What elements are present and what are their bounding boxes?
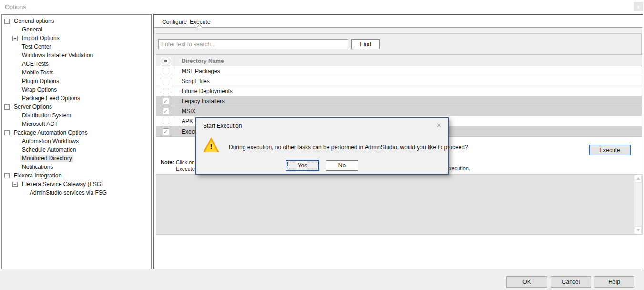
tree-expander-icon[interactable]: −: [4, 104, 10, 110]
window-title: Options: [5, 3, 26, 10]
no-button[interactable]: No: [326, 160, 358, 171]
row-checkbox[interactable]: ✓: [163, 98, 169, 104]
footer-bar: OK Cancel Help: [0, 269, 644, 290]
tree-item[interactable]: Schedule Automation: [2, 145, 151, 154]
table-row[interactable]: MSI_Packages: [156, 66, 642, 76]
tree-item[interactable]: Automation Workflows: [2, 137, 151, 145]
tab-execute[interactable]: Execute: [190, 19, 210, 25]
scroll-down-button[interactable]: [635, 226, 642, 234]
tree-item[interactable]: Package Feed Options: [2, 94, 151, 103]
cancel-button[interactable]: Cancel: [551, 276, 591, 288]
directory-name-cell: Intune Deployments: [175, 88, 233, 94]
tree-item[interactable]: AdminStudio services via FSG: [2, 188, 151, 197]
window-close-icon[interactable]: x: [634, 2, 643, 11]
options-tree-panel: − General options General + Import Optio…: [1, 14, 152, 269]
tree-expander-icon[interactable]: +: [12, 36, 18, 41]
column-header-directory-name: Directory Name: [175, 58, 224, 64]
tree-item[interactable]: Plugin Options: [2, 77, 151, 85]
note-label: Note:: [161, 159, 174, 165]
table-row[interactable]: Script_files: [156, 76, 642, 86]
directory-name-cell: Legacy Installers: [175, 98, 225, 104]
tree-item-label: Monitored Directory: [20, 155, 73, 162]
tree-item-label: Package Automation Options: [12, 129, 89, 136]
directory-name-cell: MSIX: [175, 108, 195, 114]
row-checkbox[interactable]: [163, 68, 169, 74]
tree-item[interactable]: Monitored Directory: [2, 154, 151, 163]
tree-item-label: Microsoft ACT: [20, 120, 59, 128]
tree-item[interactable]: Distribution System: [2, 111, 151, 120]
note-line2-end: xecution.: [449, 166, 470, 171]
select-all-checkbox[interactable]: [163, 58, 169, 64]
tab-strip: Configure Execute: [154, 15, 642, 28]
row-checkbox[interactable]: ✓: [163, 128, 169, 135]
find-button[interactable]: Find: [351, 39, 380, 49]
tree-item-label: Distribution System: [20, 112, 72, 119]
row-checkbox[interactable]: [163, 78, 169, 84]
tree-item[interactable]: Microsoft ACT: [2, 120, 151, 128]
options-window: Options x − General options General + Im…: [0, 0, 644, 290]
tree-item[interactable]: − Flexera Service Gateway (FSG): [2, 180, 151, 188]
ok-button[interactable]: OK: [506, 276, 547, 288]
tree-item[interactable]: − Server Options: [2, 103, 151, 111]
tree-item-label: Flexera Service Gateway (FSG): [20, 180, 104, 188]
listbox-scrollbar[interactable]: [634, 175, 642, 234]
dialog-message: During execution, no other tasks can be …: [229, 144, 468, 151]
tree-item[interactable]: − Package Automation Options: [2, 128, 151, 137]
row-checkbox[interactable]: [163, 118, 169, 124]
tree-expander-icon[interactable]: −: [4, 130, 10, 135]
warning-icon: !: [203, 137, 219, 153]
table-row[interactable]: ✓ MSIX: [156, 106, 642, 116]
yes-button[interactable]: Yes: [286, 160, 319, 171]
output-listbox: [156, 174, 643, 235]
scroll-up-button[interactable]: [635, 175, 642, 183]
tree-item[interactable]: Notifications: [2, 163, 151, 171]
tree-item-label: AdminStudio services via FSG: [28, 189, 108, 197]
table-header-row: Directory Name: [156, 56, 642, 66]
dialog-title: Start Execution: [203, 123, 242, 129]
tree-item[interactable]: Mobile Tests: [2, 68, 151, 77]
tree-expander-icon[interactable]: −: [4, 173, 10, 178]
tree-expander-icon[interactable]: −: [12, 182, 18, 187]
tree-item[interactable]: − General options: [2, 17, 151, 25]
tree-item-label: Import Options: [20, 34, 61, 42]
tree-item-label: Server Options: [12, 103, 53, 111]
tree-item-label: Windows Installer Validation: [20, 52, 94, 59]
tree-item[interactable]: ACE Tests: [2, 60, 151, 68]
tree-item[interactable]: Windows Installer Validation: [2, 51, 151, 60]
row-checkbox[interactable]: [163, 88, 169, 94]
tree-item-label: Plugin Options: [20, 77, 61, 85]
tree-item-label: Automation Workflows: [20, 137, 80, 145]
execute-button[interactable]: Execute: [589, 145, 631, 155]
scroll-down-arrow-icon: [636, 229, 640, 231]
tree-item-label: Wrap Options: [20, 86, 58, 93]
tree-item-label: General: [20, 26, 44, 33]
dialog-close-icon[interactable]: ✕: [436, 121, 442, 130]
table-row[interactable]: Intune Deployments: [156, 86, 642, 96]
scroll-up-arrow-icon: [636, 177, 640, 180]
tree-item-label: Schedule Automation: [20, 146, 77, 154]
tree-expander-icon[interactable]: −: [4, 19, 10, 24]
tree-item-label: Package Feed Options: [20, 94, 82, 102]
note-line1: Click on: [176, 159, 194, 165]
tree-item-label: Test Center: [20, 43, 52, 51]
tree-item[interactable]: + Import Options: [2, 34, 151, 42]
tree-item[interactable]: General: [2, 25, 151, 34]
tree-item[interactable]: − Flexera Integration: [2, 171, 151, 180]
start-execution-dialog: Start Execution ✕ ! During execution, no…: [195, 117, 449, 175]
tree-item-label: Flexera Integration: [12, 172, 63, 179]
directory-name-cell: Script_files: [175, 78, 210, 84]
directory-name-cell: MSI_Packages: [175, 68, 220, 74]
tab-configure[interactable]: Configure: [162, 19, 187, 25]
search-input[interactable]: [158, 39, 348, 49]
tree-item-label: Mobile Tests: [20, 69, 55, 76]
tree-item-label: Notifications: [20, 163, 54, 171]
row-checkbox[interactable]: ✓: [163, 108, 169, 114]
table-row[interactable]: ✓ Legacy Installers: [156, 96, 642, 106]
tree-item-label: ACE Tests: [20, 60, 50, 68]
tree-item[interactable]: Test Center: [2, 42, 151, 51]
help-button[interactable]: Help: [594, 276, 634, 288]
tree-item[interactable]: Wrap Options: [2, 85, 151, 94]
note-line2: Execute: [176, 166, 195, 172]
tree-item-label: General options: [12, 17, 56, 25]
